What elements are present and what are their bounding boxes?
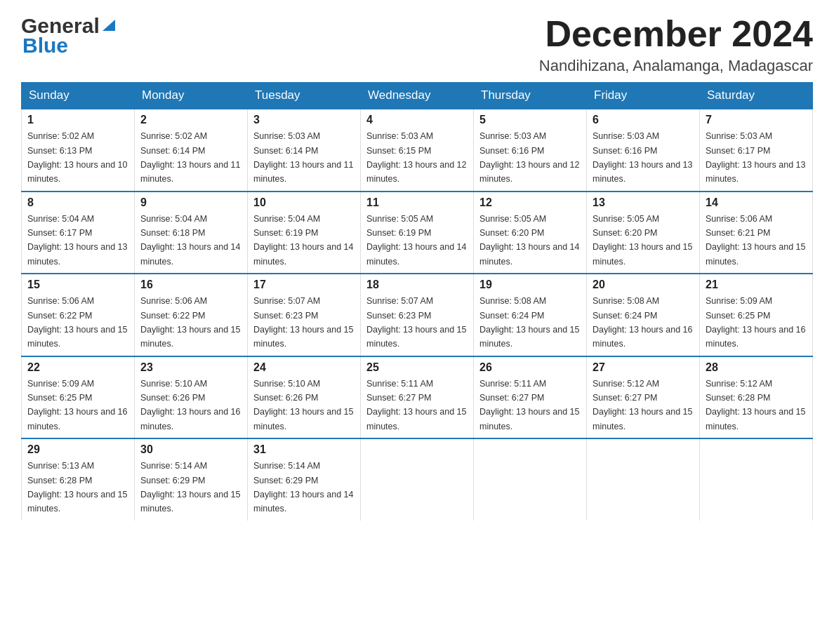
day-number: 8 bbox=[27, 196, 128, 209]
header-friday: Friday bbox=[587, 83, 700, 109]
day-number: 26 bbox=[479, 361, 581, 374]
calendar-cell: 27 Sunrise: 5:12 AMSunset: 6:27 PMDaylig… bbox=[587, 356, 700, 439]
day-number: 31 bbox=[253, 443, 355, 456]
calendar-week-2: 8 Sunrise: 5:04 AMSunset: 6:17 PMDayligh… bbox=[22, 192, 813, 274]
day-info: Sunrise: 5:05 AMSunset: 6:20 PMDaylight:… bbox=[593, 214, 692, 267]
day-info: Sunrise: 5:02 AMSunset: 6:14 PMDaylight:… bbox=[140, 131, 240, 184]
calendar-cell: 4 Sunrise: 5:03 AMSunset: 6:15 PMDayligh… bbox=[361, 109, 474, 192]
calendar-week-5: 29 Sunrise: 5:13 AMSunset: 6:28 PMDaylig… bbox=[22, 438, 813, 521]
calendar-cell: 7 Sunrise: 5:03 AMSunset: 6:17 PMDayligh… bbox=[700, 109, 813, 192]
day-number: 2 bbox=[140, 114, 241, 126]
day-number: 22 bbox=[27, 361, 128, 374]
day-number: 30 bbox=[140, 443, 241, 456]
calendar-cell: 25 Sunrise: 5:11 AMSunset: 6:27 PMDaylig… bbox=[361, 356, 474, 439]
calendar-cell: 8 Sunrise: 5:04 AMSunset: 6:17 PMDayligh… bbox=[22, 192, 135, 274]
calendar-cell: 17 Sunrise: 5:07 AMSunset: 6:23 PMDaylig… bbox=[248, 274, 361, 356]
calendar-cell: 21 Sunrise: 5:09 AMSunset: 6:25 PMDaylig… bbox=[700, 274, 813, 356]
page-header: General Blue December 2024 Nandihizana, … bbox=[21, 14, 813, 75]
day-number: 27 bbox=[593, 361, 694, 374]
title-area: December 2024 Nandihizana, Analamanga, M… bbox=[539, 14, 813, 75]
day-number: 7 bbox=[706, 114, 807, 126]
day-number: 19 bbox=[479, 279, 581, 291]
calendar-cell: 2 Sunrise: 5:02 AMSunset: 6:14 PMDayligh… bbox=[135, 109, 248, 192]
logo-triangle-icon bbox=[101, 17, 117, 32]
day-info: Sunrise: 5:13 AMSunset: 6:28 PMDaylight:… bbox=[27, 461, 127, 514]
day-number: 20 bbox=[593, 279, 694, 291]
day-number: 24 bbox=[253, 361, 355, 374]
calendar-cell: 20 Sunrise: 5:08 AMSunset: 6:24 PMDaylig… bbox=[587, 274, 700, 356]
header-sunday: Sunday bbox=[22, 83, 135, 109]
calendar-cell: 29 Sunrise: 5:13 AMSunset: 6:28 PMDaylig… bbox=[22, 438, 135, 521]
day-number: 15 bbox=[27, 279, 128, 291]
header-tuesday: Tuesday bbox=[248, 83, 361, 109]
day-info: Sunrise: 5:04 AMSunset: 6:19 PMDaylight:… bbox=[253, 214, 353, 267]
day-number: 6 bbox=[593, 114, 694, 126]
day-info: Sunrise: 5:07 AMSunset: 6:23 PMDaylight:… bbox=[366, 296, 466, 349]
day-info: Sunrise: 5:09 AMSunset: 6:25 PMDaylight:… bbox=[27, 379, 127, 431]
calendar-cell: 15 Sunrise: 5:06 AMSunset: 6:22 PMDaylig… bbox=[22, 274, 135, 356]
location: Nandihizana, Analamanga, Madagascar bbox=[539, 57, 813, 75]
day-number: 3 bbox=[253, 114, 355, 126]
day-info: Sunrise: 5:05 AMSunset: 6:20 PMDaylight:… bbox=[479, 214, 579, 267]
day-info: Sunrise: 5:12 AMSunset: 6:28 PMDaylight:… bbox=[706, 379, 805, 431]
day-number: 29 bbox=[27, 443, 128, 456]
day-info: Sunrise: 5:06 AMSunset: 6:22 PMDaylight:… bbox=[140, 296, 240, 349]
day-info: Sunrise: 5:10 AMSunset: 6:26 PMDaylight:… bbox=[140, 379, 240, 431]
calendar-cell: 26 Sunrise: 5:11 AMSunset: 6:27 PMDaylig… bbox=[474, 356, 587, 439]
header-thursday: Thursday bbox=[474, 83, 587, 109]
day-number: 23 bbox=[140, 361, 241, 374]
day-info: Sunrise: 5:10 AMSunset: 6:26 PMDaylight:… bbox=[253, 379, 353, 431]
calendar-cell: 30 Sunrise: 5:14 AMSunset: 6:29 PMDaylig… bbox=[135, 438, 248, 521]
month-title: December 2024 bbox=[539, 14, 813, 54]
day-info: Sunrise: 5:03 AMSunset: 6:15 PMDaylight:… bbox=[366, 131, 466, 184]
calendar-cell: 9 Sunrise: 5:04 AMSunset: 6:18 PMDayligh… bbox=[135, 192, 248, 274]
day-info: Sunrise: 5:03 AMSunset: 6:16 PMDaylight:… bbox=[479, 131, 579, 184]
calendar-header-row: Sunday Monday Tuesday Wednesday Thursday… bbox=[22, 83, 813, 109]
day-info: Sunrise: 5:05 AMSunset: 6:19 PMDaylight:… bbox=[366, 214, 466, 267]
day-info: Sunrise: 5:11 AMSunset: 6:27 PMDaylight:… bbox=[366, 379, 466, 431]
calendar-cell: 31 Sunrise: 5:14 AMSunset: 6:29 PMDaylig… bbox=[248, 438, 361, 521]
day-info: Sunrise: 5:09 AMSunset: 6:25 PMDaylight:… bbox=[706, 296, 805, 349]
day-number: 16 bbox=[140, 279, 241, 291]
calendar-cell: 16 Sunrise: 5:06 AMSunset: 6:22 PMDaylig… bbox=[135, 274, 248, 356]
header-monday: Monday bbox=[135, 83, 248, 109]
calendar-cell: 1 Sunrise: 5:02 AMSunset: 6:13 PMDayligh… bbox=[22, 109, 135, 192]
calendar-cell: 22 Sunrise: 5:09 AMSunset: 6:25 PMDaylig… bbox=[22, 356, 135, 439]
day-info: Sunrise: 5:07 AMSunset: 6:23 PMDaylight:… bbox=[253, 296, 353, 349]
day-number: 21 bbox=[706, 279, 807, 291]
day-info: Sunrise: 5:03 AMSunset: 6:17 PMDaylight:… bbox=[706, 131, 805, 184]
header-saturday: Saturday bbox=[700, 83, 813, 109]
day-number: 18 bbox=[366, 279, 468, 291]
day-number: 28 bbox=[706, 361, 807, 374]
calendar-cell: 12 Sunrise: 5:05 AMSunset: 6:20 PMDaylig… bbox=[474, 192, 587, 274]
day-info: Sunrise: 5:08 AMSunset: 6:24 PMDaylight:… bbox=[593, 296, 692, 349]
calendar-cell bbox=[700, 438, 813, 521]
day-number: 9 bbox=[140, 196, 241, 209]
day-number: 13 bbox=[593, 196, 694, 209]
calendar-cell: 5 Sunrise: 5:03 AMSunset: 6:16 PMDayligh… bbox=[474, 109, 587, 192]
calendar-week-3: 15 Sunrise: 5:06 AMSunset: 6:22 PMDaylig… bbox=[22, 274, 813, 356]
calendar-cell: 23 Sunrise: 5:10 AMSunset: 6:26 PMDaylig… bbox=[135, 356, 248, 439]
calendar-cell: 14 Sunrise: 5:06 AMSunset: 6:21 PMDaylig… bbox=[700, 192, 813, 274]
day-info: Sunrise: 5:14 AMSunset: 6:29 PMDaylight:… bbox=[140, 461, 240, 514]
day-number: 12 bbox=[479, 196, 581, 209]
day-info: Sunrise: 5:02 AMSunset: 6:13 PMDaylight:… bbox=[27, 131, 127, 184]
calendar-cell: 3 Sunrise: 5:03 AMSunset: 6:14 PMDayligh… bbox=[248, 109, 361, 192]
calendar-week-1: 1 Sunrise: 5:02 AMSunset: 6:13 PMDayligh… bbox=[22, 109, 813, 192]
day-number: 14 bbox=[706, 196, 807, 209]
day-info: Sunrise: 5:14 AMSunset: 6:29 PMDaylight:… bbox=[253, 461, 353, 514]
day-number: 11 bbox=[366, 196, 468, 209]
day-info: Sunrise: 5:06 AMSunset: 6:22 PMDaylight:… bbox=[27, 296, 127, 349]
day-number: 5 bbox=[479, 114, 581, 126]
calendar-cell bbox=[587, 438, 700, 521]
day-info: Sunrise: 5:03 AMSunset: 6:16 PMDaylight:… bbox=[593, 131, 692, 184]
day-info: Sunrise: 5:04 AMSunset: 6:17 PMDaylight:… bbox=[27, 214, 127, 267]
calendar-cell: 10 Sunrise: 5:04 AMSunset: 6:19 PMDaylig… bbox=[248, 192, 361, 274]
day-info: Sunrise: 5:06 AMSunset: 6:21 PMDaylight:… bbox=[706, 214, 805, 267]
calendar-week-4: 22 Sunrise: 5:09 AMSunset: 6:25 PMDaylig… bbox=[22, 356, 813, 439]
day-number: 4 bbox=[366, 114, 468, 126]
calendar-cell: 6 Sunrise: 5:03 AMSunset: 6:16 PMDayligh… bbox=[587, 109, 700, 192]
calendar-cell: 13 Sunrise: 5:05 AMSunset: 6:20 PMDaylig… bbox=[587, 192, 700, 274]
calendar-cell: 28 Sunrise: 5:12 AMSunset: 6:28 PMDaylig… bbox=[700, 356, 813, 439]
day-info: Sunrise: 5:12 AMSunset: 6:27 PMDaylight:… bbox=[593, 379, 692, 431]
